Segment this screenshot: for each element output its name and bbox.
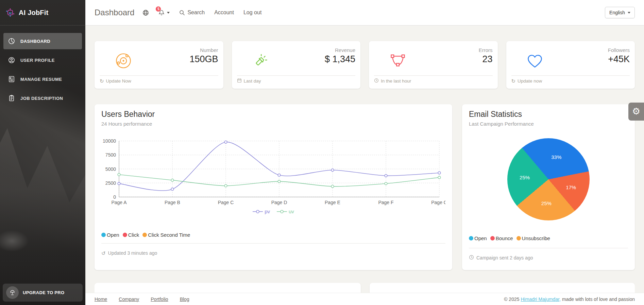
search-icon [179,10,185,16]
legend-item: Open [101,232,119,238]
pie-chart: 33%17%25%25% [507,138,590,220]
logout-link[interactable]: Log out [243,10,261,16]
users-behavior-card: Users Behavior 24 Hours performance 0250… [95,104,452,270]
language-selector[interactable]: English [605,7,635,18]
legend-item: Click [123,232,139,238]
sidebar-item-user-profile[interactable]: USER PROFILE [3,52,82,68]
legend-dot-icon [490,236,495,240]
top-navbar: Dashboard 5 Search A [85,0,644,25]
sidebar-item-dashboard[interactable]: DASHBOARD [3,33,82,49]
stat-footer: ↻ Update now [511,76,630,86]
legend-item: Click Second Time [142,232,190,238]
legend-item: Bounce [490,235,513,241]
stat-footer-label: In the last hour [381,78,411,84]
card-footer-label: Updated 3 minutes ago [108,250,157,256]
clock-icon [374,78,379,84]
document-icon [8,94,15,102]
copyright-author-link[interactable]: Himadri Majumdar, [521,297,561,302]
sidebar-item-job-description[interactable]: JOB DESCRIPTION [3,90,82,106]
pie-slice-label: 17% [566,184,576,190]
divider [101,243,445,244]
stat-card-number: Number 150GB ↻ Update Now [95,41,223,89]
partial-card [370,283,635,293]
legend-item: Open [469,235,487,241]
footer-link-home[interactable]: Home [95,297,107,302]
upgrade-to-pro-button[interactable]: UPGRADE TO PRO [3,284,83,302]
card-footer: ↺ Updated 3 minutes ago [101,248,445,258]
copyright-suffix: made with lots of love and passion [562,297,635,302]
legend-item: Unsubscribe [516,235,550,241]
svg-text:2500: 2500 [105,180,116,186]
stat-footer-label: Last day [244,78,261,84]
pie-slice-label: 25% [541,200,552,206]
svg-text:0: 0 [113,194,116,200]
svg-text:5000: 5000 [105,166,116,172]
svg-text:Page D: Page D [271,200,287,205]
svg-text:AI: AI [9,12,12,15]
svg-text:Page C: Page C [218,200,234,205]
notifications-button[interactable]: 5 [158,10,170,16]
upgrade-to-pro-label: UPGRADE TO PRO [23,290,64,295]
svg-text:10000: 10000 [103,138,116,144]
globe-button[interactable] [142,10,149,16]
gear-icon: ⚙ [632,107,640,116]
notification-badge: 5 [155,6,161,12]
footer-link-blog[interactable]: Blog [180,297,189,302]
lamp-icon [6,286,19,299]
sidebar-item-label: MANAGE RESUME [20,77,62,82]
clock-icon [469,255,474,261]
sidebar-item-label: DASHBOARD [20,39,50,44]
resume-icon [8,75,15,83]
brand-name: AI JobFit [19,9,48,17]
search-label: Search [187,10,205,16]
svg-text:Page G: Page G [431,200,445,205]
stat-category: Errors [421,47,492,53]
brand-logo-icon: AI [5,8,15,17]
stat-card-errors: Errors 23 In the last hour [369,41,498,89]
legend-dot-icon [101,233,106,237]
footer-link-company[interactable]: Company [119,297,139,302]
stat-category: Followers [559,47,630,53]
footer-links: Home Company Portfolio Blog [95,297,189,302]
brand[interactable]: AI AI JobFit [0,0,85,25]
chart-series-legend-uv[interactable]: uv [277,209,294,214]
history-icon: ↺ [101,251,106,256]
line-chart: 025005000750010000Page APage BPage CPage… [101,138,445,207]
search-button[interactable]: Search [179,10,205,16]
sidebar-item-label: JOB DESCRIPTION [20,96,63,101]
svg-text:Page B: Page B [165,200,180,205]
stat-footer-label: Update now [518,78,542,84]
refresh-icon: ↻ [511,78,516,84]
charts-row: Users Behavior 24 Hours performance 0250… [95,104,635,270]
stat-category: Number [147,47,218,53]
chart-series-legend-pv[interactable]: pv [253,209,270,214]
account-link[interactable]: Account [214,10,234,16]
stat-footer: Last day [237,76,356,86]
stat-footer: In the last hour [374,76,493,86]
email-statistics-card: Email Statistics Last Campaign Performan… [462,104,635,270]
heart-icon [511,46,559,75]
settings-gear-button[interactable]: ⚙ [628,103,644,121]
account-label: Account [214,10,234,16]
globe-icon [142,10,149,16]
copyright-prefix: © 2025 [504,297,519,302]
pie-slice-label: 33% [551,154,561,160]
line-chart-legend: pvuv [101,209,445,214]
email-statistics-legend: OpenBounceUnsubscribe [469,235,628,241]
footer-link-portfolio[interactable]: Portfolio [151,297,168,302]
partial-cards-row [95,283,635,293]
stat-value: +45K [559,54,630,65]
disc-icon [100,46,147,75]
sidebar-item-manage-resume[interactable]: MANAGE RESUME [3,71,82,87]
divider [469,248,628,248]
svg-text:Page E: Page E [325,200,340,205]
legend-dot-icon [516,236,521,240]
user-icon [8,56,15,64]
users-behavior-legend: OpenClickClick Second Time [101,232,445,238]
card-title: Users Behavior [101,110,445,119]
page-title: Dashboard [95,8,134,17]
stats-row: Number 150GB ↻ Update Now [95,41,635,89]
stat-value: 23 [421,54,492,65]
light-icon [237,46,284,75]
language-label: English [609,10,625,15]
